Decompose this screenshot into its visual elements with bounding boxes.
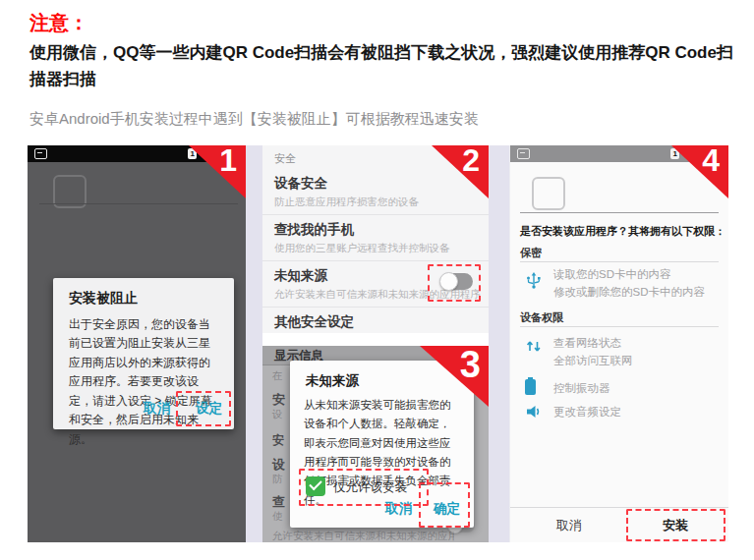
dialog-title: 未知来源 — [306, 372, 359, 390]
section-privacy: 保密 — [520, 246, 542, 260]
divider — [520, 326, 719, 327]
dialog-body: 出于安全原因，您的设备当前已设置为阻止安装从三星应用商店以外的来源获得的应用程序… — [69, 315, 220, 449]
install-question: 是否安装该应用程序？其将拥有以下权限： — [520, 224, 723, 239]
divider — [520, 212, 719, 213]
vibration-icon — [525, 379, 543, 397]
audio-icon — [525, 403, 543, 420]
highlight-toggle — [428, 264, 481, 302]
section-device-permissions: 设备权限 — [520, 310, 563, 325]
dimmed-text: 安 — [272, 432, 284, 449]
settings-row-other-security[interactable]: 其他安全设定 更改安全更新和证书存储等其他安全设定 — [262, 308, 489, 333]
network-state-icon — [525, 336, 543, 354]
row-title: 其他安全设定 — [274, 313, 477, 331]
permission-text: 查看网络状态 — [553, 334, 621, 352]
highlight-checkbox — [299, 469, 429, 506]
column-gap — [489, 145, 509, 542]
screenshot-step3: 显示信息 在 安 设 安 设 防 查 使 未 允许安装来自可信来源和未知来源的应… — [262, 346, 489, 542]
divider — [510, 507, 728, 508]
permission-text: 控制振动器 — [553, 379, 610, 397]
usb-icon — [525, 271, 543, 289]
highlight-settings-button — [176, 391, 231, 426]
dimmed-text: 设 — [272, 408, 283, 421]
settings-row-device-security[interactable]: 设备安全 防止恶意应用程序损害您的设备 — [262, 169, 489, 215]
permission-text: 读取您的SD卡中的内容 — [553, 265, 670, 283]
screenshot-step4: 1 4G 7 4 是否安装该应用程序？其将拥有以下权限： 保密 读取您的SD卡中… — [509, 145, 728, 542]
divider — [39, 203, 238, 204]
dimmed-text: 防 — [272, 473, 283, 486]
dimmed-text: 设 — [272, 456, 285, 474]
row-subtitle: 使用您的三星账户远程查找并控制设备 — [274, 242, 477, 255]
dimmed-text: 查 — [272, 493, 285, 511]
row-title: 查找我的手机 — [274, 221, 477, 239]
dimmed-text: 允许安装来自可信来源和未知来源的应用程序 — [272, 530, 454, 542]
app-icon-placeholder — [532, 177, 565, 210]
permission-text: 更改音频设定 — [553, 403, 621, 420]
tutorial-page: 注意： 使用微信，QQ等一些内建QR Code扫描会有被阻挡下载之状况，强烈建议… — [0, 0, 754, 560]
notice-title: 注意： — [29, 10, 88, 36]
cancel-button[interactable]: 取消 — [144, 400, 170, 418]
memo-icon — [34, 148, 47, 159]
dialog-title: 安装被阻止 — [69, 290, 138, 308]
step-badge: 4 — [671, 145, 728, 198]
row-title: 设备安全 — [274, 175, 477, 193]
cancel-button[interactable]: 取消 — [530, 517, 609, 534]
dimmed-text: 安 — [272, 391, 285, 409]
unknown-sources-dialog: 未知来源 从未知来源安装可能损害您的设备和个人数据。轻敲确定，即表示您同意对因使… — [290, 361, 474, 528]
tutorial-subtitle: 安卓Android手机安装过程中遇到【安装被阻止】可根据教程迅速安装 — [29, 110, 479, 129]
screenshot-step1: 1 4G 7 1 安装被阻止 出于安全原因，您的设备当前已设置为阻止安装从三星应… — [28, 145, 246, 542]
column-gap — [246, 145, 262, 542]
highlight-install-button — [626, 509, 725, 541]
permission-text: 修改或删除您的SD卡中的内容 — [553, 283, 705, 301]
settings-row-find-my-phone[interactable]: 查找我的手机 使用您的三星账户远程查找并控制设备 — [262, 215, 489, 261]
permission-text: 全部访问互联网 — [553, 352, 633, 369]
memo-icon — [517, 148, 530, 159]
dimmed-text: 在 — [272, 369, 283, 383]
screenshot-step2: 2 安全 设备安全 防止恶意应用程序损害您的设备 查找我的手机 使用您的三星账户… — [262, 145, 489, 333]
highlight-ok-button — [419, 482, 470, 528]
divider — [520, 261, 719, 262]
row-subtitle: 防止恶意应用程序损害您的设备 — [274, 196, 477, 209]
notice-body: 使用微信，QQ等一些内建QR Code扫描会有被阻挡下载之状况，强烈建议使用推荐… — [29, 39, 733, 92]
settings-row-unknown-sources[interactable]: 未知来源 允许安装来自可信来源和未知来源的应用程序 — [262, 261, 489, 308]
install-blocked-dialog: 安装被阻止 出于安全原因，您的设备当前已设置为阻止安装从三星应用商店以外的来源获… — [53, 278, 234, 429]
